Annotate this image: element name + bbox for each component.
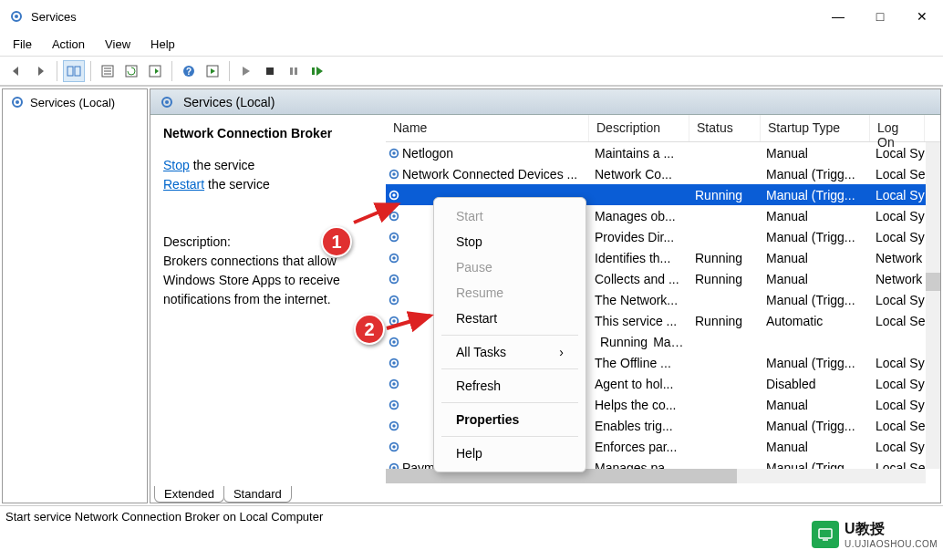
tree-item-label: Services (Local) bbox=[30, 96, 115, 109]
stop-link[interactable]: Stop bbox=[163, 158, 190, 172]
svg-point-32 bbox=[392, 256, 396, 260]
svg-point-42 bbox=[392, 361, 396, 365]
properties-button[interactable] bbox=[97, 60, 119, 82]
menu-action[interactable]: Action bbox=[52, 37, 85, 51]
service-icon bbox=[386, 336, 402, 348]
cell-logon: Network bbox=[870, 251, 925, 265]
ctx-refresh[interactable]: Refresh bbox=[434, 373, 585, 399]
status-bar: Start service Network Connection Broker … bbox=[0, 505, 943, 527]
minimize-button[interactable]: — bbox=[817, 0, 859, 33]
ctx-help[interactable]: Help bbox=[434, 441, 585, 466]
svg-point-36 bbox=[392, 298, 396, 302]
col-name[interactable]: Name bbox=[386, 115, 589, 141]
pause-button[interactable] bbox=[283, 60, 305, 82]
tree-pane[interactable]: Services (Local) bbox=[2, 88, 148, 503]
svg-line-53 bbox=[354, 204, 398, 223]
cell-description: RunningManualLocal Sy bbox=[589, 335, 689, 349]
col-description[interactable]: Description bbox=[589, 115, 689, 141]
cell-startup: Manual (Trigg... bbox=[761, 356, 870, 370]
cell-description: Collects and ... bbox=[589, 272, 689, 286]
restart-link[interactable]: Restart bbox=[163, 177, 204, 192]
panel-header-text: Services (Local) bbox=[183, 95, 275, 109]
ctx-restart[interactable]: Restart bbox=[434, 306, 585, 331]
svg-point-44 bbox=[392, 382, 396, 386]
action-button[interactable] bbox=[202, 60, 223, 82]
maximize-button[interactable]: □ bbox=[859, 0, 901, 33]
menu-file[interactable]: File bbox=[13, 37, 32, 51]
toolbar: ? bbox=[0, 57, 943, 86]
cell-description: Agent to hol... bbox=[589, 377, 689, 391]
cell-logon: Local Sy bbox=[870, 188, 925, 202]
forward-button[interactable] bbox=[29, 60, 51, 82]
col-logon[interactable]: Log On bbox=[870, 115, 925, 141]
annotation-arrow-1 bbox=[352, 199, 407, 226]
ctx-stop[interactable]: Stop bbox=[434, 229, 585, 254]
window-buttons: — □ ✕ bbox=[817, 0, 943, 33]
cell-description: Helps the co... bbox=[589, 398, 689, 412]
svg-rect-2 bbox=[67, 67, 73, 76]
service-icon bbox=[386, 168, 402, 181]
cell-startup: Manual (Trigg... bbox=[761, 188, 870, 202]
detail-pane: Network Connection Broker Stop the servi… bbox=[150, 115, 386, 483]
stop-button[interactable] bbox=[259, 60, 281, 82]
view-tabs: Extended Standard bbox=[150, 482, 940, 503]
svg-point-48 bbox=[392, 424, 396, 428]
cell-startup: Manual (Trigg... bbox=[761, 230, 870, 244]
col-status[interactable]: Status bbox=[689, 115, 761, 141]
start-button[interactable] bbox=[235, 60, 257, 82]
cell-startup: Manual (Trigg... bbox=[761, 419, 870, 433]
svg-rect-3 bbox=[75, 67, 80, 76]
svg-rect-16 bbox=[312, 67, 315, 75]
tree-item-services[interactable]: Services (Local) bbox=[6, 93, 143, 111]
menu-help[interactable]: Help bbox=[150, 37, 175, 51]
svg-point-34 bbox=[392, 277, 396, 281]
table-row[interactable]: NetlogonMaintains a ...ManualLocal Sy bbox=[386, 142, 940, 163]
tab-standard[interactable]: Standard bbox=[223, 486, 292, 503]
service-icon bbox=[386, 441, 402, 453]
ctx-properties[interactable]: Properties bbox=[434, 407, 585, 432]
vertical-scrollbar[interactable] bbox=[926, 142, 940, 469]
ctx-start: Start bbox=[434, 203, 585, 229]
restart-button[interactable] bbox=[306, 60, 328, 82]
cell-startup: Manual bbox=[648, 335, 689, 349]
col-startup[interactable]: Startup Type bbox=[761, 115, 870, 141]
svg-point-18 bbox=[16, 100, 19, 104]
svg-point-24 bbox=[392, 172, 396, 176]
svg-point-1 bbox=[15, 15, 18, 18]
cell-description: Identifies th... bbox=[589, 251, 689, 265]
cell-startup: Automatic bbox=[761, 314, 870, 328]
context-menu: Start Stop Pause Resume Restart All Task… bbox=[433, 197, 586, 472]
svg-point-22 bbox=[392, 151, 396, 155]
svg-rect-14 bbox=[290, 67, 293, 75]
cell-startup: Manual (Trigg... bbox=[761, 293, 870, 307]
cell-logon: Local Sy bbox=[870, 440, 925, 454]
table-row[interactable]: Network Connected Devices ...Network Co.… bbox=[386, 163, 940, 184]
service-icon bbox=[386, 420, 402, 432]
refresh-button[interactable] bbox=[120, 60, 142, 82]
cell-description: Network Co... bbox=[589, 167, 689, 181]
help-button[interactable]: ? bbox=[178, 60, 200, 82]
show-hide-button[interactable] bbox=[63, 60, 85, 82]
back-button[interactable] bbox=[5, 60, 27, 82]
ctx-all-tasks[interactable]: All Tasks› bbox=[434, 339, 585, 365]
annotation-arrow-2 bbox=[385, 306, 440, 334]
tab-extended[interactable]: Extended bbox=[154, 486, 224, 503]
cell-description: Enforces par... bbox=[589, 440, 689, 454]
menu-view[interactable]: View bbox=[105, 37, 130, 51]
ctx-resume: Resume bbox=[434, 280, 585, 306]
service-icon bbox=[386, 357, 402, 369]
close-button[interactable]: ✕ bbox=[901, 0, 943, 33]
cell-status: Running bbox=[689, 314, 761, 328]
panel-header: Services (Local) bbox=[150, 89, 940, 115]
cell-logon: Local Se bbox=[870, 167, 925, 181]
watermark-brand: U教授 bbox=[845, 520, 938, 539]
svg-line-54 bbox=[387, 316, 430, 328]
cell-logon: Local Sy bbox=[870, 398, 925, 412]
cell-name: Netlogon bbox=[402, 146, 589, 161]
export-button[interactable] bbox=[144, 60, 166, 82]
cell-startup: Manual bbox=[761, 398, 870, 412]
services-icon bbox=[9, 9, 24, 24]
watermark: U教授 U.UJIAOSHOU.COM bbox=[812, 520, 938, 549]
column-headers[interactable]: Name Description Status Startup Type Log… bbox=[386, 115, 940, 142]
annotation-badge-2: 2 bbox=[354, 314, 385, 345]
